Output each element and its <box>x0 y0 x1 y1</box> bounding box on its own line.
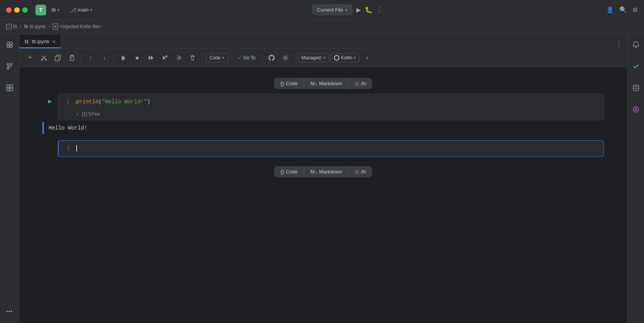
cell-2-container[interactable]: 1 <box>58 140 604 157</box>
chevron-down-icon-managed: ▾ <box>324 56 325 60</box>
goto-check-icon: ✓ <box>238 55 242 61</box>
line-number-1: 1 <box>64 98 70 106</box>
debug-icon[interactable]: 🐛 <box>365 6 372 13</box>
paste-cell-button[interactable] <box>65 52 78 64</box>
branch-icon: ⎇ <box>70 7 76 13</box>
tab-more-button[interactable]: ⋮ <box>611 40 627 48</box>
code-content-1: println("Hello World!") <box>76 98 150 106</box>
stop-button[interactable]: ■ <box>131 52 143 64</box>
bottom-cell-type-bar: {} Code M↓ Markdown ◎ AI <box>19 166 627 177</box>
breadcrumb-item-kotlin[interactable]: K <Injected Kotlin file> <box>53 24 101 30</box>
cell-1-wrapper: ▶ 1 println("Hello World!") ✓ [1] 57ms <box>42 94 604 120</box>
run-all-button[interactable] <box>145 52 157 64</box>
keyword-println: println <box>76 99 99 105</box>
output-gutter <box>42 122 44 134</box>
maximize-button[interactable] <box>22 7 28 13</box>
breadcrumb-item-ttt[interactable]: □ ttt <box>6 24 17 29</box>
markdown-icon: M↓ <box>310 81 317 86</box>
bottom-cell-type-markdown-button[interactable]: M↓ Markdown <box>304 166 349 177</box>
cell-1-run-button[interactable]: ▶ <box>46 97 54 105</box>
run-button[interactable]: ▶ <box>356 6 361 13</box>
svg-point-21 <box>636 109 636 110</box>
run-selected-button[interactable] <box>159 52 171 64</box>
bottom-cell-type-code-button[interactable]: {} Code <box>274 166 304 177</box>
bottom-code-icon: {} <box>280 169 284 175</box>
notifications-icon[interactable] <box>629 38 643 52</box>
string-literal: "Hello World!" <box>102 99 147 105</box>
cell-2-gutter <box>42 140 58 157</box>
copy-cell-button[interactable] <box>52 52 64 64</box>
managed-dropdown[interactable]: Managed: ▾ <box>298 53 329 62</box>
editor-area: N ttt.ipynb × ⋮ + <box>19 33 627 323</box>
kotlin-selector[interactable]: Kotlin ▾ <box>330 53 359 62</box>
breadcrumb-sep-1: > <box>19 24 22 29</box>
settings-icon[interactable]: ⚙ <box>632 6 638 13</box>
cell-type-markdown-button[interactable]: M↓ Markdown <box>304 78 349 89</box>
cell-type-dropdown[interactable]: Code ▾ <box>205 53 228 62</box>
titlebar-actions: 👤 🔍 ⚙ <box>606 6 638 13</box>
format-button[interactable] <box>173 52 185 64</box>
close-button[interactable] <box>6 7 12 13</box>
sidebar-icon-more[interactable]: ••• <box>3 304 17 318</box>
cell-2-run-placeholder <box>46 143 54 152</box>
sidebar-icon-files[interactable] <box>3 38 17 52</box>
minimize-button[interactable] <box>14 7 20 13</box>
cell-1-status: ✓ [1] 57ms <box>58 110 604 120</box>
sidebar-icon-vcs[interactable] <box>3 59 17 73</box>
search-icon[interactable]: 🔍 <box>619 6 627 13</box>
add-cell-button[interactable]: + <box>24 52 36 64</box>
cut-cell-button[interactable] <box>38 52 50 64</box>
bottom-cell-type-ai-button[interactable]: ◎ AI <box>349 166 372 177</box>
svg-point-6 <box>7 67 9 69</box>
github-button[interactable] <box>265 52 278 64</box>
breadcrumb-sep-2: > <box>48 24 50 29</box>
toolbar-sep-1 <box>81 54 81 62</box>
profile-icon[interactable]: 👤 <box>606 6 614 13</box>
right-sidebar <box>627 33 644 323</box>
kotlin-circle-icon <box>334 55 339 61</box>
managed-label: Managed: <box>302 55 322 61</box>
cell-2-code: 1 <box>59 141 604 156</box>
run-status-icon[interactable] <box>629 59 643 73</box>
bottom-markdown-icon: M↓ <box>310 169 317 175</box>
tab-notebook[interactable]: N ttt.ipynb × <box>19 34 61 48</box>
line-number-2: 1 <box>64 145 70 153</box>
cell-2-wrapper: 1 <box>42 140 604 157</box>
svg-point-4 <box>7 64 9 66</box>
toolbar-sep-2 <box>114 54 114 62</box>
branch-selector[interactable]: ⎇ main ▾ <box>70 7 92 13</box>
cell-type-code-button[interactable]: {} Code <box>274 78 304 89</box>
top-cell-type-bar: {} Code M↓ Markdown ◎ AI <box>19 78 627 89</box>
cell-1-container[interactable]: 1 println("Hello World!") ✓ [1] 57ms <box>58 94 604 120</box>
svg-rect-7 <box>7 85 9 87</box>
svg-rect-14 <box>55 56 59 61</box>
notebook-settings-button[interactable] <box>279 52 292 64</box>
database-icon[interactable] <box>629 81 643 95</box>
more-options-icon[interactable]: ⋮ <box>376 6 382 13</box>
status-label: [1] 57ms <box>82 111 100 117</box>
code-content-2[interactable] <box>76 145 77 153</box>
ai-assistant-icon[interactable] <box>629 103 643 116</box>
cell-1-gutter: ▶ <box>42 94 58 120</box>
sidebar-icon-structure[interactable] <box>3 81 17 95</box>
delete-cell-button[interactable] <box>186 52 199 64</box>
tab-close-button[interactable]: × <box>52 39 55 45</box>
goto-button[interactable]: ✓ Go To <box>235 54 259 62</box>
ai-icon: ◎ <box>355 81 359 86</box>
output-text: Hello World! <box>49 122 87 134</box>
toolbar-more-button[interactable]: › <box>361 52 373 64</box>
svg-point-18 <box>633 85 639 87</box>
bottom-ai-icon: ◎ <box>355 169 359 175</box>
svg-rect-8 <box>10 85 13 87</box>
chevron-down-icon: ▾ <box>222 56 224 60</box>
cell-type-ai-button[interactable]: ◎ AI <box>349 78 372 89</box>
run-and-advance-button[interactable] <box>117 52 129 64</box>
breadcrumb-item-notebook[interactable]: N ttt.ipynb <box>24 24 45 29</box>
move-down-button[interactable]: ↓ <box>98 52 111 64</box>
current-file-button[interactable]: Current File ▾ <box>312 5 352 15</box>
app-name[interactable]: ttt ▾ <box>52 7 59 13</box>
toolbar-sep-6 <box>295 54 295 62</box>
move-up-button[interactable]: ↑ <box>84 52 97 64</box>
svg-point-16 <box>166 55 168 57</box>
cursor <box>76 145 77 151</box>
